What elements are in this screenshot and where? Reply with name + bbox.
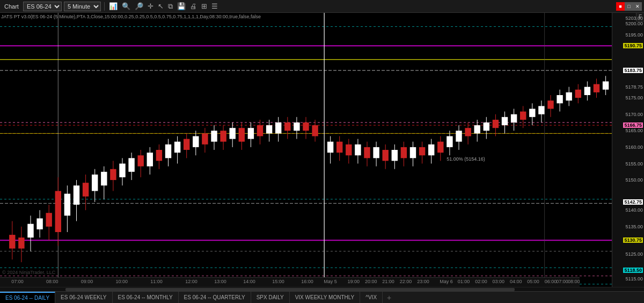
svg-rect-90 (336, 142, 342, 153)
svg-rect-96 (364, 147, 370, 158)
svg-rect-110 (428, 145, 434, 155)
svg-rect-34 (74, 185, 79, 205)
timeframe-select[interactable]: 5 Minute (64, 2, 101, 11)
svg-rect-140 (566, 92, 572, 100)
arrow-icon[interactable]: ↖ (157, 2, 165, 10)
svg-rect-80 (284, 122, 290, 131)
svg-rect-100 (383, 150, 389, 161)
time-label: 09:00 (81, 279, 93, 284)
svg-rect-108 (419, 147, 425, 155)
svg-rect-78 (275, 122, 281, 133)
price-label: 5195.00 (625, 32, 643, 38)
svg-rect-120 (474, 125, 480, 133)
svg-rect-38 (92, 175, 98, 191)
time-label: 20:00 (365, 279, 377, 284)
svg-rect-66 (220, 131, 226, 141)
svg-rect-130 (520, 112, 526, 120)
tab-es-06-24----daily[interactable]: ES 06-24 -- DAILY (0, 292, 55, 304)
copyright: © 2024 NinjaTrader, LLC (2, 270, 55, 275)
price-label: 5140.00 (625, 207, 643, 213)
svg-rect-148 (603, 82, 609, 90)
copy-icon[interactable]: ⧉ (167, 2, 174, 11)
price-label: 5200.00 (625, 21, 643, 26)
svg-rect-138 (557, 95, 562, 103)
horizontal-scrollbar[interactable] (0, 287, 644, 291)
svg-rect-86 (312, 125, 318, 136)
svg-rect-68 (230, 128, 236, 139)
price-label: 5166.75 (623, 122, 643, 128)
time-label: 05:00 (527, 279, 539, 284)
close-button[interactable]: ■ (616, 2, 625, 11)
time-label: 08:00 (46, 279, 58, 284)
svg-rect-62 (202, 133, 208, 144)
window-controls: ■ □ ✕ (616, 2, 642, 11)
time-label: 21:00 (382, 279, 394, 284)
time-label: 08:00 (568, 279, 580, 284)
svg-rect-60 (193, 136, 199, 147)
svg-rect-142 (575, 90, 581, 98)
price-label: 5135.00 (625, 224, 643, 229)
svg-rect-48 (138, 155, 144, 166)
svg-rect-114 (447, 136, 452, 147)
tab-^vix[interactable]: ^VIX (360, 292, 383, 304)
chart-label: Chart (2, 3, 21, 10)
price-label: 5170.00 (625, 112, 643, 117)
zoom-out-icon[interactable]: 🔎 (134, 2, 144, 10)
fib-text: 51.00% (5154.16) (447, 156, 485, 162)
time-label: 11:00 (150, 279, 163, 284)
svg-rect-122 (484, 122, 489, 131)
tab-es-06-24-weekly[interactable]: ES 06-24 WEEKLY (55, 292, 112, 304)
symbol-select[interactable]: ES 06-24 (23, 2, 62, 11)
add-tab-button[interactable]: + (383, 293, 396, 302)
chart-main[interactable]: JATS PT v3.0(ES 06-24 (5 Minute),PTA 3,C… (0, 13, 612, 287)
svg-rect-118 (465, 128, 471, 136)
svg-rect-58 (184, 139, 189, 150)
svg-rect-92 (346, 145, 352, 155)
time-label: 14:00 (243, 279, 255, 284)
price-label: 5150.00 (625, 177, 643, 183)
time-label: 15:00 (272, 279, 284, 284)
price-label: 5130.75 (623, 237, 643, 243)
svg-rect-64 (211, 131, 217, 141)
zoom-in-icon[interactable]: 🔍 (121, 2, 131, 10)
toolbar: Chart ES 06-24 5 Minute 📊 🔍 🔎 ✛ ↖ ⧉ 💾 🖨 … (0, 0, 644, 13)
svg-rect-54 (165, 145, 171, 158)
bar-chart-icon[interactable]: 📊 (108, 2, 119, 10)
svg-rect-72 (248, 128, 254, 139)
tab-es-06-24----quarterly[interactable]: ES 06-24 -- QUARTERLY (179, 292, 251, 304)
time-axis: 07:0008:0009:0010:0011:0012:0013:0014:00… (0, 277, 580, 287)
maximize-button[interactable]: ✕ (633, 2, 642, 11)
svg-rect-28 (46, 213, 52, 227)
scrollbar-thumb[interactable] (65, 288, 515, 291)
svg-rect-76 (266, 125, 272, 133)
time-label: 13:00 (214, 279, 226, 284)
svg-rect-102 (392, 150, 398, 161)
print-icon[interactable]: 🖨 (189, 2, 198, 10)
crosshair-icon[interactable]: ✛ (147, 2, 155, 10)
svg-rect-106 (410, 147, 416, 158)
price-label: 5175.00 (625, 95, 643, 100)
tab-es-06-24----monthly[interactable]: ES 06-24 -- MONTHLY (113, 292, 179, 304)
chart-area: JATS PT v3.0(ES 06-24 (5 Minute),PTA 3,C… (0, 13, 644, 287)
svg-rect-124 (493, 120, 499, 128)
svg-rect-144 (584, 87, 590, 95)
time-label: May 5 (324, 279, 337, 284)
svg-rect-132 (529, 109, 535, 117)
svg-rect-44 (119, 164, 125, 178)
tab-spx-daily[interactable]: SPX DAILY (251, 292, 290, 304)
time-label: 12:00 (185, 279, 197, 284)
svg-rect-74 (257, 125, 263, 136)
svg-rect-52 (156, 150, 162, 161)
svg-rect-22 (18, 237, 24, 248)
grid-icon[interactable]: ⊞ (200, 2, 208, 10)
minimize-button[interactable]: □ (625, 2, 633, 11)
svg-rect-136 (547, 100, 553, 109)
svg-rect-126 (502, 117, 508, 125)
settings-icon[interactable]: ☰ (210, 2, 219, 10)
save-icon[interactable]: 💾 (176, 2, 187, 10)
separator (104, 2, 105, 11)
svg-rect-88 (327, 142, 333, 153)
svg-rect-24 (27, 224, 33, 238)
tab-vix-weekly-monthly[interactable]: VIX WEEKLY MONTHLY (290, 292, 361, 304)
svg-rect-50 (147, 153, 153, 167)
